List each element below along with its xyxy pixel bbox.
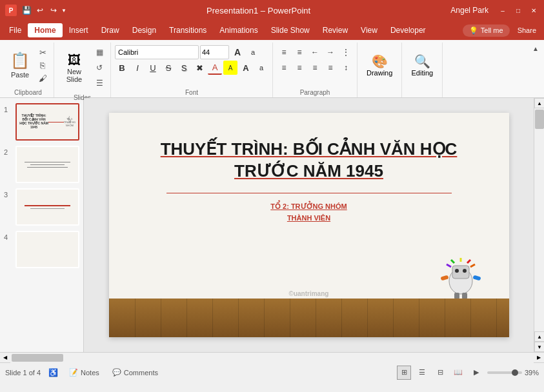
scroll-track-vertical[interactable] — [534, 108, 544, 331]
zoom-slider[interactable] — [487, 371, 522, 374]
editing-button[interactable]: 🔍 Editing — [406, 46, 438, 84]
italic-button[interactable]: I — [130, 61, 145, 75]
slide-canvas[interactable]: THUYẾT TRÌNH: BỐI CẢNH VĂN HỌC TRƯỚC NĂM… — [109, 113, 509, 337]
menu-animations[interactable]: Animations — [213, 23, 264, 37]
scroll-down-button-2[interactable]: ▼ — [534, 342, 544, 352]
menu-developer[interactable]: Developer — [384, 23, 432, 37]
font-color-button[interactable]: A — [208, 61, 222, 75]
align-center-button[interactable]: ≡ — [292, 61, 307, 75]
slide-thumb-1[interactable]: 1 THUYẾT TRÌNH: BỐI CẢNH VĂN HỌC TRƯỚC N… — [4, 103, 79, 141]
normal-view-button[interactable]: ⊞ — [397, 366, 411, 380]
align-right-button[interactable]: ≡ — [308, 61, 322, 75]
scroll-right-button[interactable]: ▶ — [534, 353, 544, 363]
scroll-left-button[interactable]: ◀ — [0, 353, 10, 363]
justify-button[interactable]: ≡ — [323, 61, 337, 75]
slide-red-divider — [166, 193, 452, 193]
slide-preview-3[interactable] — [15, 188, 79, 226]
decrease-indent-button[interactable]: ← — [308, 45, 322, 59]
menu-slideshow[interactable]: Slide Show — [265, 23, 316, 37]
minimize-button[interactable]: – — [498, 5, 508, 15]
increase-indent-button[interactable]: → — [323, 45, 337, 59]
undo-button[interactable]: ↩ — [34, 5, 46, 16]
slide-number-2: 2 — [4, 148, 13, 156]
scroll-down-button-1[interactable]: ▲ — [534, 331, 544, 342]
font-size-increase-button[interactable]: A — [230, 45, 245, 59]
close-button[interactable]: ✕ — [529, 5, 539, 15]
format-painter-button[interactable]: 🖌 — [35, 72, 50, 84]
font-name-input[interactable] — [115, 45, 199, 59]
accessibility-button[interactable]: ♿ — [46, 366, 60, 380]
slide-preview-1[interactable]: THUYẾT TRÌNH: BỐI CẢNH VĂN HỌC TRƯỚC NĂM… — [15, 103, 79, 141]
section-button[interactable]: ☰ — [92, 76, 106, 90]
clipboard-group: 📋 Paste ✂ ⎘ 🖌 Clipboard — [3, 43, 54, 97]
cut-button[interactable]: ✂ — [35, 46, 50, 58]
slide2-line1 — [25, 162, 70, 162]
restore-button[interactable]: □ — [513, 5, 523, 15]
slide1-mini-line — [48, 122, 63, 122]
columns-button[interactable]: ⋮ — [339, 45, 353, 59]
redo-button[interactable]: ↪ — [48, 5, 59, 16]
comments-button[interactable]: 💬 Comments — [108, 367, 162, 378]
underline-button[interactable]: U — [146, 61, 160, 75]
menu-review[interactable]: Review — [316, 23, 354, 37]
scroll-thumb-vertical[interactable] — [535, 110, 544, 129]
menu-file[interactable]: File — [3, 23, 28, 37]
clipboard-label: Clipboard — [14, 88, 42, 97]
menu-insert[interactable]: Insert — [63, 23, 95, 37]
paste-button[interactable]: 📋 Paste — [6, 46, 34, 84]
editing-label: Editing — [412, 69, 434, 77]
slide-title-line1: THUYẾT TRÌNH: BỐI CẢNH VĂN HỌC — [161, 139, 458, 159]
paragraph-group: ≡ ≡ ← → ⋮ ≡ ≡ ≡ ≡ ↕ Paragraph — [273, 43, 358, 97]
align-left-button[interactable]: ≡ — [277, 61, 291, 75]
scroll-thumb-horizontal[interactable] — [12, 354, 63, 362]
slideshow-button[interactable]: ▶ — [469, 366, 483, 380]
reset-button[interactable]: ↺ — [92, 61, 106, 75]
strikethrough-button[interactable]: S — [161, 61, 176, 75]
slide-preview-4[interactable] — [15, 231, 79, 268]
text-highlight-button[interactable]: A — [223, 61, 237, 75]
slide-subtitle-box[interactable]: TỔ 2: TRƯỞNG NHÓM THÀNH VIÊN — [270, 202, 347, 222]
clear-format-button[interactable]: ✖ — [192, 61, 207, 75]
scroll-track-horizontal[interactable] — [10, 353, 534, 363]
font-size-up2-button[interactable]: A — [239, 61, 253, 75]
paragraph-content: ≡ ≡ ← → ⋮ ≡ ≡ ≡ ≡ ↕ — [277, 43, 353, 88]
slide-main-title[interactable]: THUYẾT TRÌNH: BỐI CẢNH VĂN HỌC TRƯỚC NĂM… — [161, 139, 458, 182]
quick-access-more[interactable]: ▼ — [61, 8, 66, 14]
notes-button[interactable]: 📝 Notes — [65, 367, 103, 378]
font-size-decrease-button[interactable]: a — [246, 45, 260, 59]
font-size-input[interactable] — [200, 45, 229, 59]
line-spacing-button[interactable]: ↕ — [339, 61, 353, 75]
outline-view-button[interactable]: ☰ — [415, 366, 429, 380]
save-button[interactable]: 💾 — [21, 5, 32, 16]
collapse-ribbon[interactable]: ▲ — [530, 43, 541, 97]
reading-view-button[interactable]: 📖 — [451, 366, 465, 380]
slide-thumb-2[interactable]: 2 — [4, 146, 79, 183]
copy-button[interactable]: ⎘ — [35, 59, 50, 71]
slide-panel: 1 THUYẾT TRÌNH: BỐI CẢNH VĂN HỌC TRƯỚC N… — [0, 98, 84, 352]
svg-line-9 — [470, 264, 475, 267]
slide-preview-inner-4 — [17, 232, 78, 267]
tell-me-button[interactable]: 💡 Tell me — [463, 24, 510, 37]
bullets-button[interactable]: ≡ — [277, 45, 291, 59]
slide-preview-2[interactable] — [15, 146, 79, 183]
numbering-button[interactable]: ≡ — [292, 45, 307, 59]
shadow-button[interactable]: S — [177, 61, 191, 75]
bold-button[interactable]: B — [115, 61, 129, 75]
clipboard-small-buttons: ✂ ⎘ 🖌 — [35, 46, 50, 84]
zoom-thumb[interactable] — [512, 369, 518, 376]
slide-thumb-3[interactable]: 3 — [4, 188, 79, 226]
menu-design[interactable]: Design — [126, 23, 163, 37]
slide-thumb-4[interactable]: 4 — [4, 231, 79, 268]
slide-sorter-button[interactable]: ⊟ — [433, 366, 447, 380]
drawing-button[interactable]: 🎨 Drawing — [361, 46, 398, 84]
layout-button[interactable]: ▦ — [92, 45, 106, 59]
menu-home[interactable]: Home — [28, 23, 62, 37]
menu-draw[interactable]: Draw — [95, 23, 126, 37]
menu-view[interactable]: View — [354, 23, 384, 37]
new-slide-button[interactable]: 🖼 New Slide — [58, 50, 90, 86]
scroll-up-button[interactable]: ▲ — [534, 98, 544, 108]
menu-transitions[interactable]: Transitions — [163, 23, 213, 37]
svg-point-2 — [455, 269, 459, 273]
font-size-down2-button[interactable]: a — [254, 61, 268, 75]
share-button[interactable]: Share — [512, 24, 541, 37]
